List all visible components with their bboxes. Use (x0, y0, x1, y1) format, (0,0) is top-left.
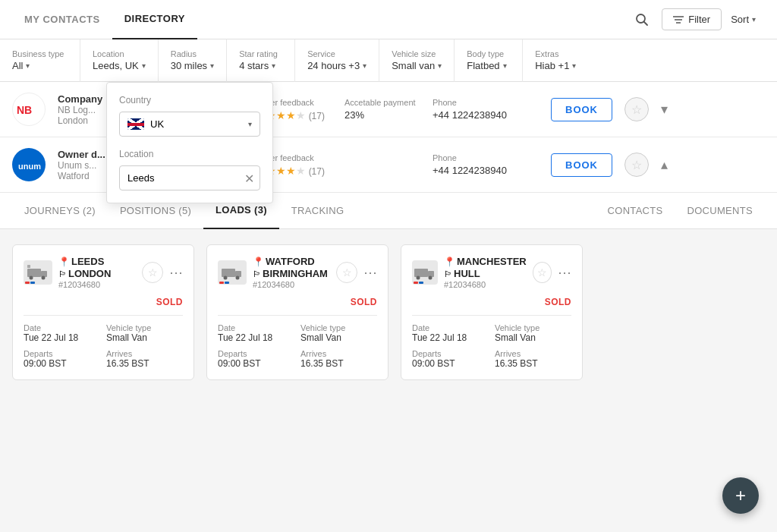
vehicle-type-label-1: Vehicle type (300, 323, 377, 332)
truck-icon-0 (24, 260, 52, 285)
date-label-1: Date (218, 323, 294, 332)
service-value-row: 24 hours +3 ▾ (307, 60, 366, 71)
filter-location[interactable]: Location Leeds, UK ▾ (80, 39, 159, 82)
origin-0: LEEDS (71, 256, 104, 267)
svg-point-15 (236, 276, 240, 280)
expand-button-0[interactable]: ▾ (661, 101, 668, 118)
load-route-0: 📍 LEEDS 🏳 LONDON #12034680 (58, 256, 136, 289)
top-navigation: MY CONTACTS DIRECTORY Filter Sort ▾ (0, 0, 777, 39)
filter-button[interactable]: Filter (662, 8, 722, 30)
phone-metric-1: Phone +44 1224238940 (433, 153, 539, 176)
vehicle-type-value-0: Small Van (106, 332, 183, 343)
tab-documents[interactable]: DOCUMENTS (675, 193, 765, 229)
card-more-1[interactable]: ⋯ (363, 264, 377, 281)
card-fav-0[interactable]: ☆ (142, 262, 163, 283)
truck-svg-0 (27, 265, 49, 280)
vehicle-size-label: Vehicle size (392, 49, 442, 58)
favorite-button-1[interactable]: ☆ (624, 153, 649, 177)
location-value-row: Leeds, UK ▾ (93, 60, 146, 71)
load-card-1: 📍 WATFORD 🏳 BIRMINGHAM #12034680 ☆ ⋯ SOL… (206, 244, 388, 380)
tab-contacts[interactable]: CONTACTS (596, 193, 675, 229)
truck-icon-1 (218, 260, 247, 285)
load-details-2: Date Tue 22 Jul 18 Vehicle type Small Va… (412, 323, 571, 369)
location-label: Location (93, 49, 146, 58)
business-type-value: All (12, 60, 23, 71)
filter-body-type[interactable]: Body type Flatbed ▾ (455, 39, 523, 82)
tab-directory[interactable]: DIRECTORY (112, 0, 197, 39)
service-label: Service (307, 49, 366, 58)
search-button[interactable] (628, 6, 656, 33)
truck-icon-2 (412, 260, 438, 285)
service-chevron-icon: ▾ (363, 61, 366, 70)
filter-extras[interactable]: Extras Hiab +1 ▾ (523, 39, 591, 82)
load-details-0: Date Tue 22 Jul 18 Vehicle type Small Va… (24, 323, 183, 369)
svg-point-10 (42, 276, 46, 280)
divider-2 (412, 315, 571, 316)
tab-journeys[interactable]: JOURNEYS (2) (12, 193, 108, 229)
filter-star-rating[interactable]: Star rating 4 stars ▾ (227, 39, 295, 82)
dest-flag-icon-2: 🏳 (444, 269, 452, 279)
location-input[interactable] (119, 165, 260, 190)
location-value: Leeds, UK (93, 60, 139, 71)
location-section-label: Location (119, 149, 260, 159)
book-button-0[interactable]: BOOK (551, 98, 612, 121)
departs-label-0: Departs (24, 349, 100, 358)
filter-icon (673, 15, 684, 24)
sold-badge-2: SOLD (545, 297, 571, 307)
company-logo-unum: unum (12, 148, 46, 181)
unum-logo-svg: unum (15, 156, 42, 174)
dest-flag-icon-1: 🏳 (253, 269, 261, 279)
filter-radius[interactable]: Radius 30 miles ▾ (159, 39, 227, 82)
tab-tracking[interactable]: TRACKING (279, 193, 357, 229)
extras-value: Hiab +1 (535, 60, 569, 71)
body-type-chevron-icon: ▾ (503, 61, 507, 70)
load-card-2: 📍 MANCHESTER 🏳 HULL #12034680 ☆ ⋯ SOLD D… (401, 244, 583, 380)
svg-rect-12 (222, 269, 235, 277)
service-value: 24 hours +3 (307, 60, 360, 71)
radius-chevron-icon: ▾ (210, 61, 214, 70)
business-type-label: Business type (12, 49, 68, 58)
load-card-header-0: 📍 LEEDS 🏳 LONDON #12034680 ☆ ⋯ (24, 256, 183, 289)
location-clear-icon[interactable]: ✕ (244, 171, 254, 185)
route-id-2: #12034680 (444, 280, 527, 289)
card-fav-2[interactable]: ☆ (533, 262, 552, 283)
business-type-chevron-icon: ▾ (26, 61, 30, 70)
date-label-0: Date (24, 323, 100, 332)
divider-0 (24, 315, 183, 316)
fab-button[interactable]: + (722, 477, 759, 514)
expand-button-1[interactable]: ▴ (661, 156, 668, 173)
filter-vehicle-size[interactable]: Vehicle size Small van ▾ (379, 39, 455, 82)
date-label-2: Date (412, 323, 489, 332)
body-type-label: Body type (467, 49, 510, 58)
tab-my-contacts[interactable]: MY CONTACTS (12, 0, 112, 39)
favorite-button-0[interactable]: ☆ (624, 97, 649, 121)
truck-svg-2 (414, 265, 436, 280)
payment-label-0: Accetable payment (344, 98, 420, 107)
load-route-1: 📍 WATFORD 🏳 BIRMINGHAM #12034680 (253, 256, 330, 289)
country-select[interactable]: UK ▾ (119, 112, 260, 137)
card-more-0[interactable]: ⋯ (169, 264, 183, 281)
destination-2: HULL (454, 268, 480, 279)
body-type-value-row: Flatbed ▾ (467, 60, 510, 71)
card-more-2[interactable]: ⋯ (558, 264, 571, 281)
card-fav-1[interactable]: ☆ (336, 262, 357, 283)
sort-button[interactable]: Sort ▾ (722, 9, 765, 30)
country-select-left: UK (127, 118, 164, 130)
book-button-1[interactable]: BOOK (551, 153, 612, 177)
arrives-label-0: Arrives (106, 349, 183, 358)
star-rating-chevron-icon: ▾ (272, 61, 275, 70)
departs-label-1: Departs (218, 349, 294, 358)
filter-business-type[interactable]: Business type All ▾ (12, 39, 80, 82)
date-value-1: Tue 22 Jul 18 (218, 332, 294, 343)
extras-chevron-icon: ▾ (572, 61, 576, 70)
load-card-header-1: 📍 WATFORD 🏳 BIRMINGHAM #12034680 ☆ ⋯ (218, 256, 377, 289)
svg-line-1 (644, 21, 648, 25)
origin-pin-icon-2: 📍 (444, 257, 455, 267)
origin-1: WATFORD (266, 256, 315, 267)
route-id-1: #12034680 (253, 280, 330, 289)
destination-1: BIRMINGHAM (263, 268, 328, 279)
filter-label: Filter (688, 14, 710, 25)
payment-value-0: 23% (344, 109, 420, 121)
arrives-value-0: 16.35 BST (106, 358, 183, 369)
filter-service[interactable]: Service 24 hours +3 ▾ (295, 39, 379, 82)
